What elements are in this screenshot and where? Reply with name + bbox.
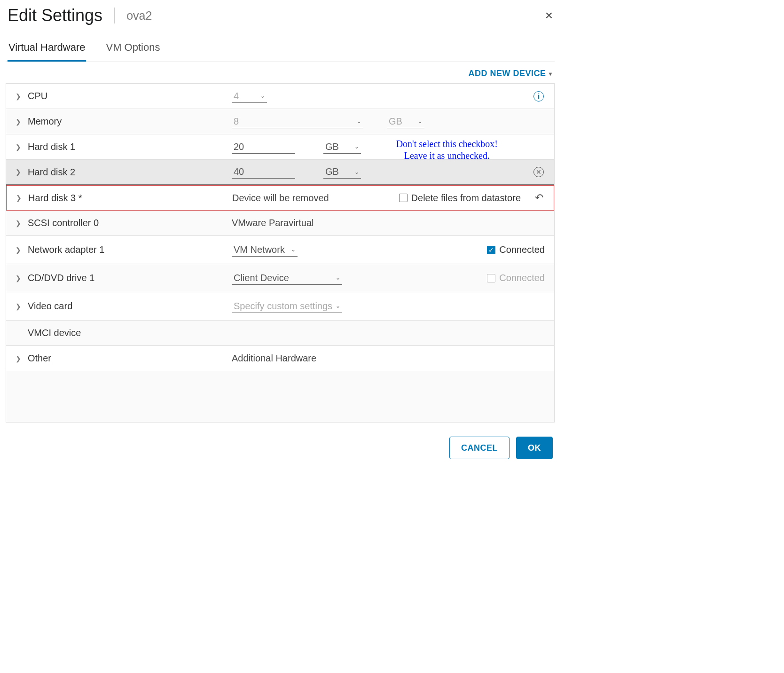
video-label: Video card (28, 301, 72, 312)
net-connected-container[interactable]: ✓ Connected (487, 244, 545, 255)
memory-input[interactable]: 8 ⌄ (232, 115, 363, 128)
chevron-right-icon[interactable]: ❯ (16, 143, 21, 151)
chevron-down-icon: ⌄ (357, 118, 361, 125)
dialog-title: Edit Settings (8, 6, 102, 25)
remove-device-icon[interactable]: ✕ (533, 167, 544, 177)
row-memory: ❯ Memory 8 ⌄ GB ⌄ (6, 109, 554, 134)
network-select[interactable]: VM Network ⌄ (232, 243, 298, 257)
video-select[interactable]: Specify custom settings ⌄ (232, 300, 342, 313)
other-label: Other (28, 353, 51, 364)
cd-connected-checkbox (487, 274, 495, 282)
cpu-label: CPU (28, 91, 47, 102)
chevron-down-icon: ⌄ (291, 246, 296, 253)
add-new-device-label: ADD NEW DEVICE (468, 69, 546, 78)
empty-row (6, 371, 554, 422)
hd3-label: Hard disk 3 * (28, 193, 82, 203)
chevron-down-icon: ⌄ (354, 143, 359, 150)
delete-files-label: Delete files from datastore (411, 193, 521, 203)
title-divider (114, 8, 115, 23)
video-value: Specify custom settings (234, 301, 332, 312)
chevron-down-icon: ⌄ (354, 169, 359, 175)
hd1-unit: GB (325, 141, 339, 152)
hardware-table: ❯ CPU 4 ⌄ i ❯ Memory 8 ⌄ (6, 83, 555, 423)
chevron-right-icon[interactable]: ❯ (16, 274, 21, 282)
chevron-down-icon: ⌄ (418, 118, 423, 125)
net-connected-checkbox[interactable]: ✓ (487, 246, 495, 254)
net-connected-label: Connected (499, 244, 545, 255)
memory-value: 8 (234, 116, 239, 127)
hd1-size-input[interactable]: 20 (232, 141, 295, 154)
memory-label: Memory (28, 116, 62, 127)
undo-icon[interactable]: ↶ (535, 192, 543, 204)
memory-unit: GB (389, 116, 402, 127)
chevron-down-icon: ⌄ (260, 93, 265, 99)
row-vmci-device: ❯ VMCI device (6, 321, 554, 346)
tab-vm-options[interactable]: VM Options (105, 39, 161, 62)
chevron-right-icon[interactable]: ❯ (16, 93, 21, 100)
hd1-value: 20 (234, 141, 244, 152)
tab-virtual-hardware[interactable]: Virtual Hardware (8, 39, 86, 62)
cd-connected-container: Connected (487, 273, 545, 283)
annotation-line2: Leave it as unchecked. (396, 150, 498, 162)
cd-device-select[interactable]: Client Device ⌄ (232, 272, 342, 285)
scsi-label: SCSI controller 0 (28, 218, 99, 228)
hd2-label: Hard disk 2 (28, 167, 75, 178)
cpu-select[interactable]: 4 ⌄ (232, 90, 267, 103)
hd2-size-input[interactable]: 40 (232, 165, 295, 179)
annotation-callout: Don't select this checkbox! Leave it as … (396, 138, 498, 162)
row-hard-disk-3: ❯ Hard disk 3 * Device will be removed D… (6, 185, 554, 211)
hd2-unit-select[interactable]: GB ⌄ (323, 165, 361, 179)
row-network-adapter: ❯ Network adapter 1 VM Network ⌄ ✓ Conne… (6, 236, 554, 264)
chevron-down-icon: ▾ (549, 70, 552, 77)
chevron-right-icon[interactable]: ❯ (16, 303, 21, 310)
vmci-label: VMCI device (28, 328, 81, 338)
chevron-right-icon[interactable]: ❯ (16, 246, 21, 254)
row-other: ❯ Other Additional Hardware (6, 346, 554, 371)
hd2-unit: GB (325, 166, 339, 177)
dialog-header: Edit Settings ova2 × (6, 4, 555, 30)
vm-name: ova2 (126, 9, 152, 23)
tab-bar: Virtual Hardware VM Options (6, 39, 555, 62)
cancel-button[interactable]: CANCEL (449, 437, 510, 459)
chevron-right-icon[interactable]: ❯ (16, 194, 22, 202)
row-cd-dvd-drive: ❯ CD/DVD drive 1 Client Device ⌄ Connect… (6, 264, 554, 292)
cpu-value: 4 (234, 91, 239, 102)
chevron-down-icon: ⌄ (336, 274, 340, 281)
row-hard-disk-2: Don't select this checkbox! Leave it as … (6, 160, 554, 185)
scsi-value: VMware Paravirtual (232, 218, 314, 228)
annotation-line1: Don't select this checkbox! (396, 138, 498, 150)
net-label: Network adapter 1 (28, 244, 104, 255)
row-scsi-controller: ❯ SCSI controller 0 VMware Paravirtual (6, 211, 554, 236)
chevron-right-icon[interactable]: ❯ (16, 168, 21, 176)
close-icon[interactable]: × (543, 7, 555, 24)
other-value: Additional Hardware (232, 353, 316, 364)
ok-button[interactable]: OK (516, 437, 553, 459)
info-icon[interactable]: i (533, 91, 544, 102)
cd-connected-label: Connected (499, 273, 545, 283)
row-cpu: ❯ CPU 4 ⌄ i (6, 84, 554, 109)
hd2-value: 40 (234, 166, 244, 177)
network-value: VM Network (234, 244, 285, 255)
hd3-status: Device will be removed (232, 193, 329, 203)
chevron-right-icon[interactable]: ❯ (16, 219, 21, 227)
memory-unit-select[interactable]: GB ⌄ (387, 115, 424, 128)
chevron-right-icon[interactable]: ❯ (16, 118, 21, 125)
hd1-label: Hard disk 1 (28, 141, 75, 152)
cd-value: Client Device (234, 273, 289, 283)
add-new-device-button[interactable]: ADD NEW DEVICE ▾ (468, 69, 552, 78)
delete-files-checkbox-container[interactable]: Delete files from datastore (399, 193, 521, 203)
row-video-card: ❯ Video card Specify custom settings ⌄ (6, 292, 554, 321)
chevron-down-icon: ⌄ (336, 303, 340, 309)
cd-label: CD/DVD drive 1 (28, 273, 94, 283)
hd1-unit-select[interactable]: GB ⌄ (323, 141, 361, 154)
delete-files-checkbox[interactable] (399, 194, 408, 202)
dialog-footer: CANCEL OK (6, 423, 555, 461)
chevron-right-icon[interactable]: ❯ (16, 355, 21, 362)
